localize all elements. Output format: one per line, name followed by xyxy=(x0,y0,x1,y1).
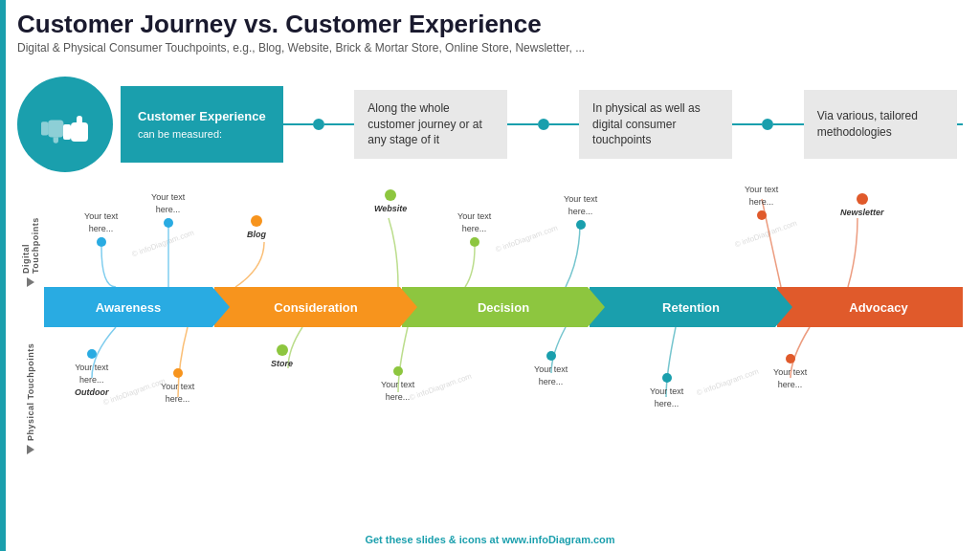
page-subtitle: Digital & Physical Consumer Touchpoints,… xyxy=(17,41,970,55)
page-title: Customer Journey vs. Customer Experience xyxy=(17,10,970,39)
tp-digital-6: Your texthere... xyxy=(564,193,597,230)
cx-label-box: Customer Experience can be measured: xyxy=(121,86,283,163)
stage-consideration: Consideration xyxy=(214,287,400,327)
footer: Get these slides & icons at www.infoDiag… xyxy=(0,534,980,545)
stage-decision: Decision xyxy=(402,287,588,327)
journey-content: Your texthere... Your texthere... Blog W… xyxy=(44,182,963,513)
cx-info-3: Via various, tailored methodologies xyxy=(804,90,957,159)
stage-advocacy: Advocacy xyxy=(777,287,963,327)
tp-digital-5: Your texthere... xyxy=(457,210,491,247)
watermark-1: © infoDiagram.com xyxy=(102,377,167,408)
tp-digital-7: Your texthere... xyxy=(745,184,778,220)
footer-text: Get these slides & icons at www. xyxy=(365,534,528,545)
cx-line-2 xyxy=(324,123,354,125)
tp-physical-1: Your texthere... Outdoor xyxy=(75,349,109,397)
tp-digital-3: Blog xyxy=(247,215,266,239)
cx-info-2: In physical as well as digital consumer … xyxy=(579,90,732,159)
cx-section: Customer Experience can be measured: Alo… xyxy=(17,72,963,177)
svg-rect-0 xyxy=(41,121,48,135)
tp-physical-3: Store xyxy=(271,344,293,368)
tp-physical-4: Your texthere... xyxy=(381,366,414,403)
physical-touchpoints-label: Physical Touchpoints xyxy=(17,340,44,454)
tp-physical-2: Your texthere... xyxy=(161,368,194,405)
cx-line-4 xyxy=(549,123,579,125)
physical-label-text: Physical Touchpoints xyxy=(26,340,35,441)
footer-brand: infoDiagram xyxy=(529,534,590,545)
tp-digital-4: Website xyxy=(374,189,407,213)
tp-digital-8: Newsletter xyxy=(840,193,884,217)
cx-line-5 xyxy=(732,123,762,125)
cx-line-3 xyxy=(507,123,537,125)
left-accent-bar xyxy=(0,0,6,551)
tp-digital-1: Your texthere... xyxy=(84,210,118,247)
cx-label-main: Customer Experience xyxy=(138,109,266,125)
digital-touchpoints-label: Digital Touchpoints xyxy=(17,191,44,287)
cx-dot-2 xyxy=(538,119,549,130)
header: Customer Journey vs. Customer Experience… xyxy=(17,10,970,55)
tp-physical-5: Your texthere... xyxy=(534,351,568,387)
thumbs-icon xyxy=(36,96,94,153)
journey-area: Digital Touchpoints Physical Touchpoints xyxy=(17,182,963,513)
cx-info-1: Along the whole customer journey or at a… xyxy=(354,90,507,159)
tp-physical-7: Your texthere... xyxy=(773,354,807,390)
cx-icon-box xyxy=(17,77,113,172)
cx-line-7 xyxy=(957,123,963,125)
physical-row: Your texthere... Outdoor Your texthere..… xyxy=(44,330,963,445)
cx-connector: Along the whole customer journey or at a… xyxy=(283,90,963,159)
svg-rect-1 xyxy=(63,124,71,140)
cx-dot-1 xyxy=(313,119,324,130)
tp-physical-6: Your texthere... xyxy=(650,373,683,409)
side-labels: Digital Touchpoints Physical Touchpoints xyxy=(17,182,44,513)
physical-arrow-icon xyxy=(27,445,34,454)
footer-text2: .com xyxy=(590,534,615,545)
tp-digital-2: Your texthere... xyxy=(151,191,185,228)
watermark-2: © infoDiagram.com xyxy=(409,372,474,403)
cx-line-6 xyxy=(773,123,803,125)
digital-label-text: Digital Touchpoints xyxy=(21,191,40,274)
cx-label-sub: can be measured: xyxy=(138,128,266,140)
digital-row: Your texthere... Your texthere... Blog W… xyxy=(44,182,963,287)
cx-line-1 xyxy=(283,123,313,125)
stage-retention: Retention xyxy=(590,287,775,327)
watermark-3: © infoDiagram.com xyxy=(696,367,761,398)
stage-awareness: Awareness xyxy=(44,287,212,327)
digital-arrow-icon xyxy=(27,277,34,287)
cx-dot-3 xyxy=(762,119,773,130)
arrow-bar: Awareness Consideration Decision Retenti… xyxy=(44,287,963,327)
